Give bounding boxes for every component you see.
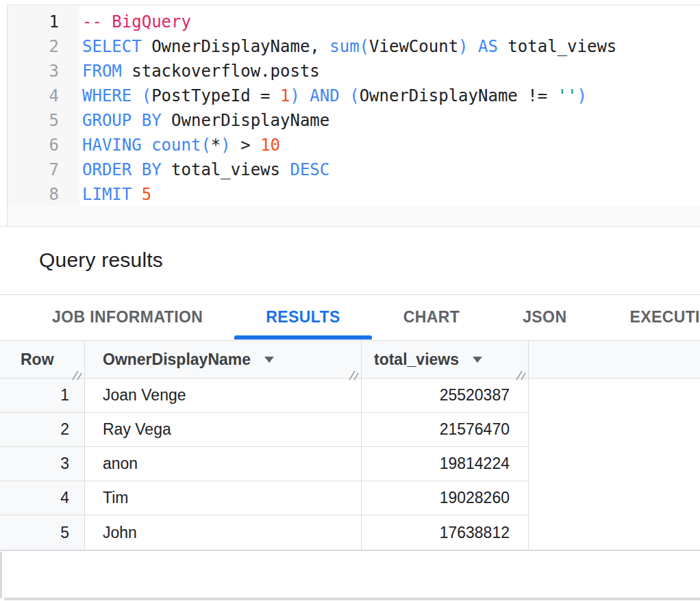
column-header-ownerdisplayname[interactable]: OwnerDisplayName <box>85 341 362 378</box>
editor-footer <box>8 206 700 226</box>
column-label: OwnerDisplayName <box>103 350 251 369</box>
column-resize-handle-icon[interactable] <box>71 366 82 376</box>
column-header-row[interactable]: Row <box>0 341 85 378</box>
line-number: 5 <box>8 108 79 133</box>
column-label: total_views <box>374 350 459 369</box>
code-line: GROUP BY OwnerDisplayName <box>82 108 700 133</box>
table-row: 3anon19814224 <box>0 447 700 481</box>
owner-cell: Joan Venge <box>85 379 362 413</box>
table-row: 2Ray Vega21576470 <box>0 413 700 447</box>
tab-results[interactable]: RESULTS <box>234 295 371 340</box>
row-number-cell: 3 <box>0 447 85 481</box>
code-line: SELECT OwnerDisplayName, sum(ViewCount) … <box>82 34 700 59</box>
column-label: Row <box>21 350 54 369</box>
filler-cell <box>529 481 700 515</box>
column-header-total-views[interactable]: total_views <box>362 341 529 378</box>
editor-gutter: 12345678 <box>8 6 79 207</box>
tab-label: JOB INFORMATION <box>52 308 203 327</box>
line-number: 1 <box>8 10 79 34</box>
table-body: 1Joan Venge255203872Ray Vega215764703ano… <box>0 379 700 550</box>
row-number-cell: 5 <box>0 515 85 550</box>
table-row: 5John17638812 <box>0 515 700 550</box>
views-cell: 19814224 <box>362 447 529 481</box>
filler-cell <box>529 447 700 481</box>
bigquery-results-panel: 12345678 -- BigQuerySELECT OwnerDisplayN… <box>0 0 700 601</box>
results-header-section: Query results <box>0 226 700 295</box>
line-number: 7 <box>8 157 79 182</box>
code-area[interactable]: -- BigQuerySELECT OwnerDisplayName, sum(… <box>82 6 700 207</box>
line-number: 6 <box>8 133 79 157</box>
tab-label: RESULTS <box>266 308 340 327</box>
code-line: FROM stackoverflow.posts <box>82 59 700 84</box>
filler-cell <box>529 379 700 413</box>
horizontal-scrollbar[interactable] <box>4 598 700 600</box>
views-cell: 17638812 <box>362 515 529 550</box>
owner-cell: John <box>85 515 362 550</box>
tab-job-information[interactable]: JOB INFORMATION <box>21 295 234 340</box>
header-filler-cell <box>529 341 700 378</box>
column-resize-handle-icon[interactable] <box>515 366 526 376</box>
tab-chart[interactable]: CHART <box>372 295 492 340</box>
table-row: 1Joan Venge25520387 <box>0 379 700 413</box>
row-number-cell: 4 <box>0 481 85 515</box>
panel-left-border <box>0 552 2 598</box>
line-number: 2 <box>8 34 79 59</box>
line-number: 4 <box>8 84 79 108</box>
filler-cell <box>529 413 700 447</box>
views-cell: 25520387 <box>362 379 529 413</box>
code-line: ORDER BY total_views DESC <box>82 157 700 182</box>
column-dropdown-arrow-icon[interactable] <box>264 357 274 363</box>
column-dropdown-arrow-icon[interactable] <box>473 357 482 363</box>
owner-cell: anon <box>85 447 362 481</box>
owner-cell: Ray Vega <box>85 413 362 447</box>
line-number: 8 <box>8 182 79 207</box>
tab-label: CHART <box>403 308 460 327</box>
row-number-cell: 2 <box>0 413 85 447</box>
row-number-cell: 1 <box>0 379 85 413</box>
sql-editor: 12345678 -- BigQuerySELECT OwnerDisplayN… <box>7 5 700 226</box>
tabs-bar: JOB INFORMATIONRESULTSCHARTJSONEXECUTI <box>0 295 700 340</box>
results-table: RowOwnerDisplayNametotal_views 1Joan Ven… <box>0 340 700 551</box>
results-title: Query results <box>39 247 163 273</box>
column-resize-handle-icon[interactable] <box>348 366 359 376</box>
tab-label: EXECUTI <box>629 308 699 327</box>
line-number: 3 <box>8 59 79 84</box>
owner-cell: Tim <box>85 481 362 515</box>
tab-label: JSON <box>523 308 566 327</box>
views-cell: 21576470 <box>362 413 529 447</box>
tab-json[interactable]: JSON <box>491 295 598 340</box>
code-line: -- BigQuery <box>82 10 700 34</box>
table-header-row: RowOwnerDisplayNametotal_views <box>0 340 700 379</box>
table-row: 4Tim19028260 <box>0 481 700 515</box>
code-line: HAVING count(*) > 10 <box>82 133 700 157</box>
filler-cell <box>529 515 700 550</box>
views-cell: 19028260 <box>362 481 529 515</box>
code-line: WHERE (PostTypeId = 1) AND (OwnerDisplay… <box>82 84 700 108</box>
tab-executi[interactable]: EXECUTI <box>598 295 700 340</box>
code-line: LIMIT 5 <box>82 182 700 207</box>
active-tab-underline <box>234 335 371 340</box>
